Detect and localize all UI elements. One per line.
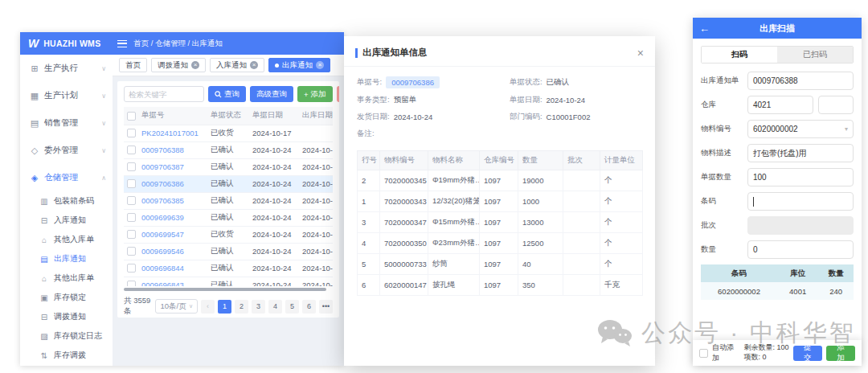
- sidebar-item-stock-lock-log[interactable]: ▨ 库存锁定日志: [20, 326, 113, 346]
- sidebar-item-production-execution[interactable]: ⊞ 生产执行 ∨: [20, 55, 113, 82]
- close-icon[interactable]: ×: [191, 61, 199, 69]
- sidebar-item-production-plan[interactable]: ▦ 生产计划 ∨: [20, 82, 113, 109]
- table-row[interactable]: 0009706387 已确认 2024-10-24 2024-10-24: [124, 158, 333, 175]
- doc-qty-input[interactable]: 100: [747, 168, 854, 186]
- page-size-value: 10条/页: [160, 301, 186, 312]
- add-scan-button[interactable]: 添加: [826, 346, 855, 361]
- material-desc-input[interactable]: 打包带(托盘)用: [747, 144, 854, 162]
- page-button-2[interactable]: 2: [235, 300, 248, 314]
- field-status: 单据状态: 已确认: [510, 76, 642, 88]
- detail-row[interactable]: 5 5000000733 纱筒 1097 40 个: [358, 254, 643, 275]
- table-row[interactable]: 0009696844 已确认 2024-10-24 2024-10-24: [124, 260, 333, 277]
- doc-no-link[interactable]: 0009699546: [138, 243, 207, 260]
- table-row-selected[interactable]: 0009706386 已确认 2024-10-24 2024-10-24: [124, 175, 333, 192]
- more-pages-button[interactable]: •••: [319, 300, 333, 314]
- table-row[interactable]: 0009699546 已确认 2024-10-24 2024-10-24: [124, 243, 333, 260]
- tab-inbound-notice[interactable]: 入库通知 ×: [210, 58, 264, 72]
- row-checkbox[interactable]: [127, 129, 136, 137]
- sidebar-item-sales-management[interactable]: ▤ 销售管理 ∨: [20, 109, 113, 137]
- search-input[interactable]: [124, 86, 204, 102]
- detail-row[interactable]: 2 7020000345 Φ19mm外猪… 1097 19000 个: [358, 170, 643, 191]
- out-date-cell: 2024-10-24: [299, 158, 333, 175]
- tab-outbound-notice[interactable]: 出库通知 ×: [268, 58, 330, 72]
- doc-no-link[interactable]: 0009696844: [138, 260, 207, 277]
- table-row[interactable]: 0009706385 已确认 2024-10-24 2024-10-24: [124, 192, 333, 209]
- sidebar-item-packing-box-barcode[interactable]: ▥ 包装箱条码: [20, 191, 113, 211]
- page-button-4[interactable]: 4: [268, 300, 282, 314]
- table-row[interactable]: 0009696843 已确认 2024-10-24 2024-10-24: [124, 277, 333, 286]
- row-checkbox[interactable]: [127, 230, 136, 239]
- sidebar-item-stock-lock[interactable]: ▣ 库存锁定: [20, 288, 113, 307]
- tab-scan[interactable]: 扫码: [702, 47, 777, 63]
- tab-transfer-notice[interactable]: 调拨通知 ×: [151, 58, 206, 72]
- doc-no-link[interactable]: 0009699639: [138, 209, 207, 226]
- add-button[interactable]: + 添加: [297, 86, 333, 102]
- sidebar-item-stock-transfer[interactable]: ⇅ 库存调拨: [20, 346, 113, 365]
- doc-no-link[interactable]: 0009696843: [138, 277, 207, 286]
- select-all-checkbox[interactable]: [127, 112, 136, 121]
- batch-delete-button[interactable]: 批量删除: [337, 86, 339, 102]
- table-row[interactable]: 0009699547 已收货 2024-10-24 2024-10-24: [124, 226, 333, 243]
- row-checkbox[interactable]: [127, 264, 136, 273]
- doc-no-link[interactable]: PK20241017001: [138, 125, 207, 141]
- doc-no-link[interactable]: 0009706388: [138, 141, 207, 158]
- sidebar-item-warehouse-management[interactable]: ◈ 仓储管理 ∧: [20, 164, 113, 191]
- close-icon[interactable]: ×: [316, 61, 324, 69]
- row-checkbox[interactable]: [127, 247, 136, 256]
- row-checkbox[interactable]: [127, 281, 136, 286]
- material-code-select[interactable]: 6020000002 ▾: [747, 120, 854, 138]
- table-row[interactable]: 0009699639 已确认 2024-10-24 2024-10-24: [124, 209, 333, 226]
- sidebar-item-outbound-notice[interactable]: ▤ 出库通知: [20, 249, 113, 268]
- sidebar-item-other-inbound[interactable]: ⌂ 其他入库单: [20, 230, 113, 249]
- scan-table-row[interactable]: 6020000002 4001 240: [701, 282, 854, 300]
- outbound-notice-input[interactable]: 0009706388: [747, 72, 854, 90]
- back-arrow-icon[interactable]: ←: [699, 23, 710, 35]
- doc-no-link[interactable]: 0009706386: [138, 175, 207, 192]
- query-button[interactable]: 查询: [208, 86, 246, 102]
- page-button-3[interactable]: 3: [252, 300, 265, 314]
- field-label: 批次: [701, 220, 743, 231]
- chevron-down-icon: ∨: [101, 120, 106, 127]
- out-date-cell: 2024-10-24: [299, 141, 333, 158]
- detail-header-row: 行号 物料编号 物料名称 仓库编号 数量 批次 计量单位: [358, 151, 643, 170]
- col-material-code: 物料编号: [380, 151, 428, 170]
- row-checkbox[interactable]: [127, 196, 136, 205]
- row-checkbox[interactable]: [127, 179, 136, 188]
- detail-row[interactable]: 4 7020000350 Φ23mm外猪… 1097 12500 个: [358, 233, 643, 254]
- prev-page-button[interactable]: ‹: [201, 300, 215, 314]
- sidebar-item-label: 其他出库单: [54, 273, 94, 284]
- barcode-input[interactable]: [747, 192, 854, 211]
- doc-no-link[interactable]: 0009706387: [138, 158, 207, 175]
- auto-add-checkbox[interactable]: [699, 349, 708, 358]
- submit-button[interactable]: 提交: [793, 346, 822, 361]
- warehouse-input[interactable]: 4021: [747, 96, 813, 114]
- table-row[interactable]: PK20241017001 已收货 2024-10-17: [124, 125, 333, 141]
- doc-no-link[interactable]: 0009699547: [138, 226, 207, 243]
- close-icon[interactable]: ×: [250, 61, 258, 69]
- detail-row[interactable]: 6 6020000147 披孔绳 1097 350 千克: [358, 275, 643, 296]
- detail-row[interactable]: 1 7020000343 12/32(20)猪笼… 1097 1000 个: [358, 191, 643, 212]
- tab-scanned[interactable]: 已扫码: [777, 47, 853, 63]
- row-checkbox[interactable]: [127, 162, 136, 171]
- page-button-5[interactable]: 5: [285, 300, 299, 314]
- detail-row[interactable]: 3 7020000347 Φ15mm外猪… 1097 13000 个: [358, 212, 643, 233]
- sidebar-item-inbound-notice[interactable]: ⊟ 入库通知: [20, 211, 113, 230]
- qty-input[interactable]: 0: [747, 240, 854, 259]
- row-checkbox[interactable]: [127, 213, 136, 222]
- page-button-6[interactable]: 6: [302, 300, 316, 314]
- row-checkbox[interactable]: [127, 146, 136, 154]
- advanced-query-button[interactable]: 高级查询: [250, 86, 293, 102]
- sidebar-item-other-outbound[interactable]: ⌂ 其他出库单: [20, 268, 113, 288]
- table-row[interactable]: 0009706388 已确认 2024-10-24 2024-10-24: [124, 141, 333, 158]
- page-button-1[interactable]: 1: [218, 300, 231, 314]
- page-size-select[interactable]: 10条/页 ∨: [155, 299, 198, 314]
- tab-home[interactable]: 首页: [119, 58, 147, 72]
- close-icon[interactable]: ×: [637, 47, 644, 59]
- horizontal-scrollbar[interactable]: [124, 288, 326, 291]
- sidebar-item-outsourcing-management[interactable]: ◇ 委外管理 ∨: [20, 137, 113, 164]
- sidebar-item-transfer-notice[interactable]: ⊟ 调拨通知: [20, 307, 113, 326]
- warehouse-aux-input[interactable]: [818, 96, 854, 114]
- doc-no-tag[interactable]: 0009706386: [386, 76, 440, 88]
- hamburger-icon[interactable]: [117, 40, 127, 47]
- doc-no-link[interactable]: 0009706385: [138, 192, 207, 209]
